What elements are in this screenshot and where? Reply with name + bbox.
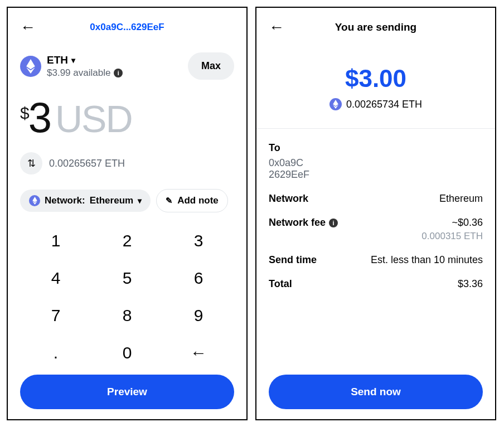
- amount-display: $ 3 USD: [20, 96, 234, 139]
- to-address-line1: 0x0a9C: [269, 157, 483, 169]
- detail-fee: Network fee i ~$0.36 0.000315 ETH: [269, 217, 483, 242]
- send-entry-screen: ← 0x0a9C...629EeF ETH ▾ $3.99 available …: [7, 7, 248, 420]
- keypad-9[interactable]: 9: [163, 297, 234, 334]
- add-note-label: Add note: [177, 195, 219, 206]
- amount-value: 3: [28, 96, 51, 139]
- amount-currency-label: USD: [55, 100, 132, 138]
- keypad-2[interactable]: 2: [91, 222, 163, 260]
- eth-icon: [29, 195, 40, 206]
- confirm-amount-usd: $3.00: [269, 65, 483, 93]
- divider: [256, 128, 495, 129]
- keypad-1[interactable]: 1: [20, 222, 91, 260]
- send-time-label: Send time: [269, 254, 317, 266]
- page-title: You are sending: [335, 21, 416, 33]
- chips-row: Network: Ethereum ▾ ✎ Add note: [20, 189, 234, 212]
- swap-icon: ⇅: [27, 157, 36, 169]
- keypad-6[interactable]: 6: [163, 260, 234, 297]
- header: ← 0x0a9C...629EeF: [20, 18, 234, 37]
- to-address-line2: 2629EeF: [269, 169, 483, 181]
- arrow-left-icon: ←: [20, 18, 36, 36]
- keypad-4[interactable]: 4: [20, 260, 91, 297]
- asset-symbol: ETH: [47, 54, 68, 66]
- network-label: Network: [269, 193, 308, 205]
- add-note-chip[interactable]: ✎ Add note: [156, 189, 228, 212]
- fee-values: ~$0.36 0.000315 ETH: [421, 217, 483, 242]
- keypad-8[interactable]: 8: [91, 297, 163, 334]
- detail-send-time: Send time Est. less than 10 minutes: [269, 254, 483, 266]
- swap-currency-button[interactable]: ⇅: [20, 152, 42, 174]
- total-label: Total: [269, 278, 292, 290]
- max-button[interactable]: Max: [188, 52, 234, 80]
- confirm-amount-eth-row: 0.00265734 ETH: [269, 98, 483, 110]
- detail-network: Network Ethereum: [269, 193, 483, 205]
- chevron-down-icon: ▾: [138, 196, 142, 205]
- info-icon[interactable]: i: [329, 219, 338, 227]
- send-now-button[interactable]: Send now: [269, 375, 483, 409]
- to-label: To: [269, 142, 483, 154]
- confirm-amount-eth: 0.00265734 ETH: [346, 99, 422, 110]
- currency-symbol: $: [20, 104, 28, 123]
- fee-label-text: Network fee: [269, 217, 326, 229]
- info-icon[interactable]: i: [114, 69, 123, 77]
- preview-button[interactable]: Preview: [20, 375, 234, 409]
- asset-selector[interactable]: ETH ▾: [47, 54, 123, 66]
- fee-usd: ~$0.36: [421, 217, 483, 229]
- keypad-5[interactable]: 5: [91, 260, 163, 297]
- eth-icon: [20, 56, 41, 77]
- network-chip[interactable]: Network: Ethereum ▾: [20, 190, 151, 212]
- recipient-address-link[interactable]: 0x0a9C...629EeF: [90, 22, 164, 33]
- network-value: Ethereum: [439, 193, 483, 205]
- network-prefix: Network:: [45, 195, 85, 206]
- header: ← You are sending: [269, 18, 483, 37]
- asset-text-block: ETH ▾ $3.99 available i: [47, 54, 123, 79]
- keypad-backspace[interactable]: ←: [163, 334, 234, 371]
- eth-icon: [329, 98, 342, 110]
- send-confirm-screen: ← You are sending $3.00 0.00265734 ETH T…: [255, 7, 496, 420]
- back-button[interactable]: ←: [20, 20, 36, 35]
- keypad-dot[interactable]: .: [20, 334, 91, 371]
- chevron-down-icon: ▾: [71, 56, 75, 65]
- send-time-value: Est. less than 10 minutes: [371, 254, 483, 266]
- back-button[interactable]: ←: [269, 20, 284, 35]
- keypad-3[interactable]: 3: [163, 222, 234, 260]
- numeric-keypad: 1 2 3 4 5 6 7 8 9 . 0 ←: [20, 222, 234, 371]
- fee-eth: 0.000315 ETH: [421, 231, 483, 242]
- keypad-0[interactable]: 0: [91, 334, 163, 371]
- swap-row: ⇅ 0.00265657 ETH: [20, 152, 234, 174]
- asset-available-text: $3.99 available: [47, 67, 110, 79]
- keypad-7[interactable]: 7: [20, 297, 91, 334]
- detail-to: To 0x0a9C 2629EeF: [269, 142, 483, 181]
- detail-total: Total $3.36: [269, 278, 483, 290]
- pencil-icon: ✎: [166, 196, 173, 206]
- fee-label: Network fee i: [269, 217, 338, 229]
- network-value: Ethereum: [90, 195, 133, 206]
- eth-equivalent: 0.00265657 ETH: [49, 158, 125, 169]
- total-value: $3.36: [458, 278, 483, 290]
- arrow-left-icon: ←: [269, 18, 284, 36]
- confirm-details: To 0x0a9C 2629EeF Network Ethereum Netwo…: [269, 142, 483, 290]
- asset-available: $3.99 available i: [47, 67, 123, 79]
- asset-row: ETH ▾ $3.99 available i Max: [20, 52, 234, 80]
